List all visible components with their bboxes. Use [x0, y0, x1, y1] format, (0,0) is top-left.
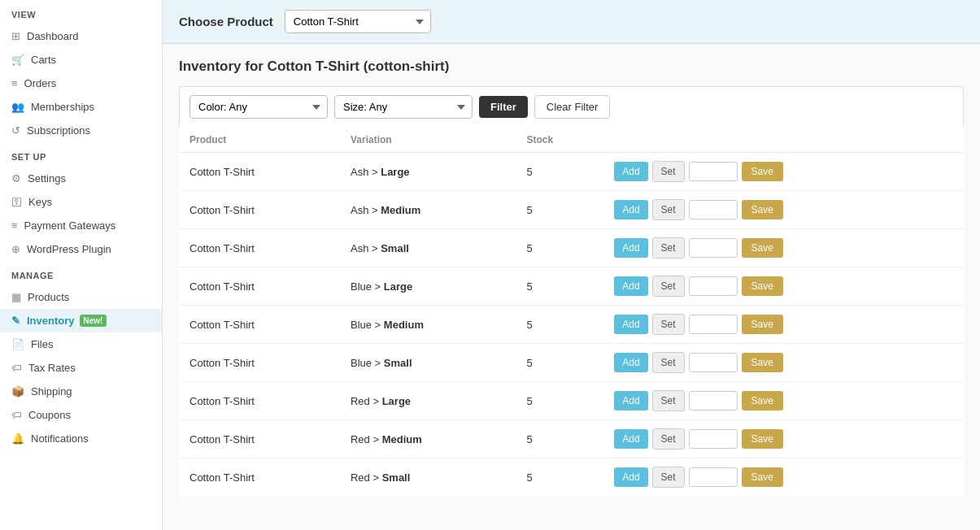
sidebar-item-dashboard[interactable]: ⊞ Dashboard: [0, 24, 162, 48]
cell-product: Cotton T-Shirt: [180, 153, 341, 191]
size-filter-select[interactable]: Size: Any Size: Small Size: Medium Size:…: [334, 95, 473, 119]
filter-button[interactable]: Filter: [479, 96, 528, 118]
sidebar-item-coupons[interactable]: 🏷 Coupons: [0, 403, 162, 427]
save-button[interactable]: Save: [742, 467, 783, 487]
quantity-input[interactable]: [689, 162, 738, 181]
manage-section-title: Manage: [0, 261, 162, 285]
set-button[interactable]: Set: [652, 237, 685, 258]
set-button[interactable]: Set: [652, 390, 685, 411]
cell-variation: Ash > Medium: [341, 191, 517, 229]
sidebar-item-label: Memberships: [31, 101, 94, 113]
add-button[interactable]: Add: [614, 429, 647, 449]
inventory-table: Product Variation Stock Cotton T-Shirt A…: [179, 127, 964, 497]
sidebar-item-keys[interactable]: ⚿ Keys: [0, 190, 162, 214]
add-button[interactable]: Add: [614, 276, 647, 296]
quantity-input[interactable]: [689, 429, 738, 449]
sidebar: View ⊞ Dashboard 🛒 Carts ≡ Orders 👥 Memb…: [0, 0, 163, 530]
sidebar-item-label: Payment Gateways: [24, 219, 116, 232]
set-button[interactable]: Set: [652, 161, 685, 182]
color-filter-select[interactable]: Color: Any Color: Ash Color: Blue Color:…: [189, 95, 328, 119]
sidebar-item-tax-rates[interactable]: 🏷 Tax Rates: [0, 356, 162, 380]
cell-stock: 5: [517, 458, 605, 497]
save-button[interactable]: Save: [742, 162, 783, 181]
sidebar-item-shipping[interactable]: 📦 Shipping: [0, 380, 162, 403]
quantity-input[interactable]: [689, 200, 738, 219]
table-row: Cotton T-Shirt Red > Small 5 Add Set Sav…: [180, 458, 964, 497]
table-row: Cotton T-Shirt Ash > Small 5 Add Set Sav…: [180, 229, 964, 267]
sidebar-item-subscriptions[interactable]: ↺ Subscriptions: [0, 119, 162, 142]
cell-actions: Add Set Save: [604, 229, 963, 267]
cell-stock: 5: [517, 229, 605, 267]
sidebar-item-wordpress-plugin[interactable]: ⊕ WordPress Plugin: [0, 237, 162, 261]
add-button[interactable]: Add: [614, 391, 647, 411]
cell-actions: Add Set Save: [604, 153, 963, 191]
cell-actions: Add Set Save: [604, 191, 963, 229]
quantity-input[interactable]: [689, 315, 738, 334]
add-button[interactable]: Add: [614, 467, 647, 487]
add-button[interactable]: Add: [614, 162, 647, 181]
sidebar-item-products[interactable]: ▦ Products: [0, 285, 162, 309]
sidebar-item-label: Tax Rates: [28, 362, 76, 374]
sidebar-item-carts[interactable]: 🛒 Carts: [0, 48, 162, 72]
cell-variation: Red > Small: [341, 458, 517, 497]
add-button[interactable]: Add: [614, 200, 647, 219]
choose-product-select[interactable]: Cotton T-Shirt: [285, 10, 431, 33]
table-row: Cotton T-Shirt Red > Medium 5 Add Set Sa…: [180, 420, 964, 458]
table-row: Cotton T-Shirt Blue > Small 5 Add Set Sa…: [180, 344, 964, 382]
set-button[interactable]: Set: [652, 276, 685, 297]
sidebar-item-orders[interactable]: ≡ Orders: [0, 72, 162, 95]
files-icon: 📄: [11, 338, 24, 350]
save-button[interactable]: Save: [742, 429, 783, 449]
cell-stock: 5: [517, 306, 605, 344]
table-row: Cotton T-Shirt Ash > Medium 5 Add Set Sa…: [180, 191, 964, 229]
set-button[interactable]: Set: [652, 467, 685, 488]
sidebar-item-label: Carts: [31, 54, 56, 66]
notifications-icon: 🔔: [11, 432, 24, 445]
save-button[interactable]: Save: [742, 276, 783, 296]
save-button[interactable]: Save: [742, 391, 783, 411]
add-button[interactable]: Add: [614, 353, 647, 372]
sidebar-item-payment-gateways[interactable]: ≡ Payment Gateways: [0, 214, 162, 237]
coupons-icon: 🏷: [11, 409, 22, 421]
col-actions: [604, 128, 963, 153]
quantity-input[interactable]: [689, 467, 738, 487]
carts-icon: 🛒: [11, 54, 24, 66]
save-button[interactable]: Save: [742, 315, 783, 334]
sidebar-item-label: Subscriptions: [27, 124, 90, 137]
cell-variation: Red > Medium: [341, 420, 517, 458]
col-stock: Stock: [517, 128, 605, 153]
quantity-input[interactable]: [689, 353, 738, 372]
quantity-input[interactable]: [689, 238, 738, 258]
clear-filter-button[interactable]: Clear Filter: [534, 95, 611, 119]
save-button[interactable]: Save: [742, 238, 783, 258]
cell-variation: Blue > Medium: [341, 306, 517, 344]
quantity-input[interactable]: [689, 391, 738, 411]
choose-product-bar: Choose Product Cotton T-Shirt: [163, 0, 980, 44]
table-row: Cotton T-Shirt Red > Large 5 Add Set Sav…: [180, 382, 964, 420]
set-button[interactable]: Set: [652, 199, 685, 220]
set-button[interactable]: Set: [652, 314, 685, 335]
sidebar-item-label: WordPress Plugin: [27, 243, 111, 255]
sidebar-item-label: Notifications: [31, 432, 89, 445]
add-button[interactable]: Add: [614, 315, 647, 334]
sidebar-item-notifications[interactable]: 🔔 Notifications: [0, 427, 162, 450]
quantity-input[interactable]: [689, 276, 738, 296]
sidebar-item-inventory[interactable]: ✎ Inventory New!: [0, 309, 162, 332]
sidebar-item-files[interactable]: 📄 Files: [0, 332, 162, 356]
sidebar-item-label: Files: [31, 338, 53, 350]
orders-icon: ≡: [11, 77, 18, 89]
add-button[interactable]: Add: [614, 238, 647, 258]
save-button[interactable]: Save: [742, 353, 783, 372]
cell-actions: Add Set Save: [604, 458, 963, 497]
wp-icon: ⊕: [11, 243, 20, 255]
set-button[interactable]: Set: [652, 428, 685, 450]
save-button[interactable]: Save: [742, 200, 783, 219]
sidebar-item-label: Orders: [24, 77, 57, 89]
cell-product: Cotton T-Shirt: [180, 458, 341, 497]
sidebar-item-label: Products: [28, 291, 69, 303]
sidebar-item-settings[interactable]: ⚙ Settings: [0, 167, 162, 190]
sidebar-item-memberships[interactable]: 👥 Memberships: [0, 95, 162, 119]
cell-variation: Red > Large: [341, 382, 517, 420]
subscriptions-icon: ↺: [11, 124, 20, 137]
set-button[interactable]: Set: [652, 352, 685, 373]
